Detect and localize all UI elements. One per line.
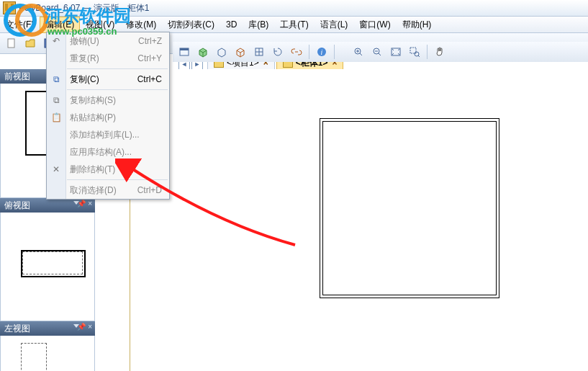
copy-struct-icon: ⧉ (50, 94, 62, 106)
menu-item-delete-structure[interactable]: ✕ 删除结构(T) (47, 161, 169, 178)
menu-shortcut: Ctrl+Z (138, 36, 162, 46)
zoom-in-icon[interactable] (350, 43, 367, 61)
menu-item-label: 添加结构到库(L)... (70, 129, 140, 141)
paste-struct-icon: 📋 (50, 112, 62, 123)
copy-icon: ⧉ (50, 73, 62, 85)
new-icon[interactable] (3, 35, 20, 52)
menu-separator (67, 68, 168, 69)
info-icon[interactable]: i (313, 43, 330, 61)
menu-item-label: 复制结构(S) (70, 94, 116, 107)
svg-rect-10 (180, 48, 189, 50)
delete-icon: ✕ (50, 164, 62, 175)
menu-separator (67, 179, 168, 180)
undo-icon: ↶ (50, 35, 62, 47)
menu-shortcut: Ctrl+D (137, 185, 162, 195)
menu-item-deselect[interactable]: 取消选择(D) Ctrl+D (47, 182, 169, 199)
svg-rect-0 (8, 39, 14, 48)
separator-icon (427, 45, 428, 59)
pin-icon[interactable]: 📌 × (77, 200, 92, 207)
pane-left-view[interactable] (0, 336, 95, 371)
pane-label: 前视图 (4, 71, 30, 83)
hand-icon[interactable] (431, 43, 448, 61)
menu-item-paste-structure[interactable]: 📋 粘贴结构(P) (47, 109, 169, 126)
menu-item-label: 撤销(U) (70, 35, 99, 48)
menu-edit[interactable]: 编辑(E) (40, 17, 80, 33)
svg-text:i: i (321, 48, 323, 56)
menu-edit-dropdown: ↶ 撤销(U) Ctrl+Z 重复(R) Ctrl+Y ⧉ 复制(C) Ctrl… (46, 32, 170, 200)
menu-view[interactable]: 视图(V) (80, 17, 120, 33)
separator-icon (309, 45, 309, 59)
menu-modify[interactable]: 修改(M) (120, 17, 162, 33)
zoom-fit-icon[interactable] (387, 43, 404, 61)
cube-icon[interactable] (213, 43, 230, 61)
menu-item-apply-library[interactable]: 应用库结构(A)... (47, 143, 169, 161)
app-icon (3, 1, 16, 14)
menu-window[interactable]: 窗口(W) (353, 17, 396, 33)
menu-cutlist[interactable]: 切割列表(C) (162, 17, 220, 33)
menu-item-label: 取消选择(D) (70, 184, 117, 197)
menu-3d[interactable]: 3D (220, 17, 243, 32)
pane-top-title[interactable]: 俯视图 📌 × (0, 198, 95, 213)
box-icon[interactable] (194, 43, 212, 61)
menu-item-label: 粘贴结构(P) (70, 112, 116, 124)
menu-item-undo[interactable]: ↶ 撤销(U) Ctrl+Z (47, 32, 169, 50)
window-title: PolyBoard_6.07 — 演示版 - 柜体1 (19, 2, 149, 14)
menu-item-copy-structure[interactable]: ⧉ 复制结构(S) (47, 91, 169, 109)
menu-shortcut: Ctrl+C (137, 74, 162, 84)
menu-shortcut: Ctrl+Y (137, 53, 162, 63)
toolbar-view: i (173, 42, 588, 62)
pane-label: 俯视图 (4, 200, 30, 212)
pin-icon[interactable]: 📌 × (77, 323, 92, 331)
pane-left-title[interactable]: 左视图 📌 × (0, 321, 95, 336)
separator-icon (334, 45, 335, 59)
menu-item-label: 重复(R) (70, 53, 99, 65)
pane-top-view[interactable] (0, 213, 95, 321)
menu-item-add-to-library[interactable]: 添加结构到库(L)... (47, 126, 169, 143)
menu-item-redo[interactable]: 重复(R) Ctrl+Y (47, 50, 169, 67)
open-icon[interactable] (22, 35, 39, 52)
zoom-region-icon[interactable] (406, 43, 423, 61)
panel-icon[interactable] (250, 43, 268, 61)
menu-bar: 文件(F) 编辑(E) 视图(V) 修改(M) 切割列表(C) 3D 库(B) … (0, 17, 588, 33)
menu-separator (67, 89, 168, 90)
menu-file[interactable]: 文件(F) (0, 17, 40, 33)
zoom-out-icon[interactable] (368, 43, 386, 61)
menu-item-copy[interactable]: ⧉ 复制(C) Ctrl+C (47, 71, 169, 88)
title-bar: PolyBoard_6.07 — 演示版 - 柜体1 (0, 0, 588, 17)
menu-tools[interactable]: 工具(T) (274, 17, 314, 33)
cabinet-outline[interactable] (320, 118, 499, 298)
menu-help[interactable]: 帮助(H) (397, 17, 438, 33)
menu-item-label: 应用库结构(A)... (70, 146, 132, 158)
menu-item-label: 删除结构(T) (70, 164, 115, 176)
menu-library[interactable]: 库(B) (243, 17, 274, 33)
menu-language[interactable]: 语言(L) (315, 17, 354, 33)
pane-label: 左视图 (4, 323, 30, 335)
rotate-icon[interactable] (269, 43, 286, 61)
window-icon[interactable] (176, 43, 193, 61)
menu-item-label: 复制(C) (70, 73, 99, 86)
cube3d-icon[interactable] (232, 43, 249, 61)
link-icon[interactable] (288, 43, 305, 61)
